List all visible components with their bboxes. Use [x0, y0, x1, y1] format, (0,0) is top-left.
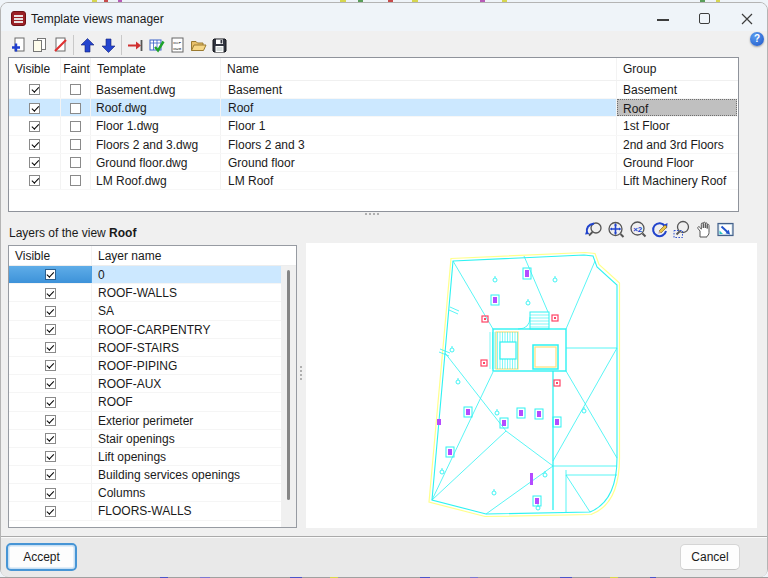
close-button[interactable] — [731, 6, 763, 31]
layer-row[interactable]: ROOF-PIPING — [9, 357, 296, 375]
group-cell[interactable]: 2nd and 3rd Floors — [617, 136, 737, 153]
group-cell[interactable]: Ground Floor — [617, 154, 737, 171]
layers-scrollbar[interactable] — [281, 266, 296, 527]
layer-name-cell[interactable]: Stair openings — [92, 430, 296, 447]
name-cell[interactable]: Basement — [221, 81, 617, 98]
layer-row[interactable]: 0 — [9, 266, 296, 284]
accept-button[interactable]: Accept — [6, 543, 77, 571]
redraw-icon[interactable] — [650, 220, 670, 240]
zoom-extents-icon[interactable] — [606, 220, 626, 240]
template-row[interactable]: Roof.dwgRoofRoof — [9, 99, 738, 117]
layer-name-cell[interactable]: Columns — [92, 484, 296, 501]
new-template-icon[interactable] — [10, 37, 27, 54]
layer-visible-checkbox[interactable] — [45, 306, 56, 317]
group-cell[interactable]: Lift Machinery Roof — [617, 172, 737, 189]
faint-checkbox[interactable] — [70, 157, 81, 168]
faint-checkbox[interactable] — [70, 121, 81, 132]
layer-name-cell[interactable]: SA — [92, 302, 296, 319]
layer-row[interactable]: ROOF-CARPENTRY — [9, 321, 296, 339]
layer-row[interactable]: Stair openings — [9, 430, 296, 448]
template-row[interactable]: Ground floor.dwgGround floorGround Floor — [9, 154, 738, 172]
copy-template-icon[interactable] — [31, 37, 48, 54]
layer-visible-checkbox[interactable] — [45, 342, 56, 353]
template-cell[interactable]: Roof.dwg — [91, 99, 221, 116]
layer-name-cell[interactable]: ROOF-WALLS — [92, 284, 296, 301]
layer-row[interactable]: Exterior perimeter — [9, 412, 296, 430]
layer-row[interactable]: Lift openings — [9, 448, 296, 466]
layer-row[interactable]: ROOF-STAIRS — [9, 339, 296, 357]
faint-checkbox[interactable] — [70, 139, 81, 150]
layer-row[interactable]: ROOF-AUX — [9, 375, 296, 393]
layer-name-cell[interactable]: Exterior perimeter — [92, 412, 296, 429]
col-header-template[interactable]: Template — [91, 58, 221, 80]
name-cell[interactable]: Roof — [221, 99, 617, 116]
col-header-group[interactable]: Group — [617, 58, 737, 80]
horizontal-splitter[interactable] — [365, 213, 381, 216]
col-header-layer-visible[interactable]: Visible — [9, 246, 92, 265]
cancel-button[interactable]: Cancel — [680, 544, 740, 570]
layer-name-cell[interactable]: FLOORS-WALLS — [92, 502, 296, 519]
layer-visible-checkbox[interactable] — [45, 506, 56, 517]
col-header-name[interactable]: Name — [221, 58, 617, 80]
layer-name-cell[interactable]: Building services openings — [92, 466, 296, 483]
template-cell[interactable]: Floor 1.dwg — [91, 117, 221, 134]
minimize-button[interactable] — [647, 6, 679, 31]
name-cell[interactable]: LM Roof — [221, 172, 617, 189]
layer-visible-checkbox[interactable] — [45, 397, 56, 408]
layer-name-cell[interactable]: ROOF-STAIRS — [92, 339, 296, 356]
dxf-dwg-file-icon[interactable]: DXFDWG — [169, 37, 186, 54]
open-file-icon[interactable] — [190, 37, 207, 54]
layer-row[interactable]: Columns — [9, 484, 296, 502]
delete-template-icon[interactable] — [52, 37, 69, 54]
layer-visible-checkbox[interactable] — [45, 378, 56, 389]
layer-row[interactable]: SA — [9, 302, 296, 320]
visible-checkbox[interactable] — [29, 121, 40, 132]
layer-name-cell[interactable]: ROOF-AUX — [92, 375, 296, 392]
layer-visible-checkbox[interactable] — [45, 469, 56, 480]
layer-name-cell[interactable]: ROOF-PIPING — [92, 357, 296, 374]
name-cell[interactable]: Floors 2 and 3 — [221, 136, 617, 153]
template-cell[interactable]: Floors 2 and 3.dwg — [91, 136, 221, 153]
faint-checkbox[interactable] — [70, 84, 81, 95]
zoom-double-icon[interactable]: ×2 — [628, 220, 648, 240]
template-row[interactable]: Floor 1.dwgFloor 11st Floor — [9, 117, 738, 135]
template-row[interactable]: LM Roof.dwgLM RoofLift Machinery Roof — [9, 172, 738, 190]
layer-name-cell[interactable]: 0 — [92, 266, 296, 283]
visible-checkbox[interactable] — [29, 103, 40, 114]
pan-icon[interactable] — [694, 220, 714, 240]
template-cell[interactable]: LM Roof.dwg — [91, 172, 221, 189]
layer-row[interactable]: Building services openings — [9, 466, 296, 484]
template-cell[interactable]: Ground floor.dwg — [91, 154, 221, 171]
layer-row[interactable]: FLOORS-WALLS — [9, 502, 296, 520]
template-row[interactable]: Basement.dwgBasementBasement — [9, 81, 738, 99]
name-cell[interactable]: Floor 1 — [221, 117, 617, 134]
group-cell[interactable]: Roof — [617, 99, 737, 116]
layer-name-cell[interactable]: ROOF-CARPENTRY — [92, 321, 296, 338]
zoom-previous-icon[interactable] — [584, 220, 604, 240]
maximize-button[interactable] — [689, 6, 721, 31]
faint-checkbox[interactable] — [70, 175, 81, 186]
update-template-icon[interactable] — [148, 37, 165, 54]
move-up-icon[interactable] — [79, 37, 96, 54]
scrollbar-thumb[interactable] — [287, 270, 290, 500]
template-cell[interactable]: Basement.dwg — [91, 81, 221, 98]
drawing-preview[interactable] — [306, 243, 757, 528]
save-file-icon[interactable] — [211, 37, 228, 54]
zoom-window-icon[interactable] — [672, 220, 692, 240]
col-header-layer-name[interactable]: Layer name — [92, 246, 296, 265]
layer-row[interactable]: ROOF — [9, 393, 296, 411]
layer-name-cell[interactable]: ROOF — [92, 393, 296, 410]
layer-visible-checkbox[interactable] — [45, 269, 56, 280]
layer-name-cell[interactable]: Lift openings — [92, 448, 296, 465]
layer-row[interactable]: ROOF-WALLS — [9, 284, 296, 302]
layer-visible-checkbox[interactable] — [45, 288, 56, 299]
visible-checkbox[interactable] — [29, 139, 40, 150]
layer-visible-checkbox[interactable] — [45, 324, 56, 335]
vertical-splitter[interactable] — [300, 366, 303, 382]
layer-visible-checkbox[interactable] — [45, 488, 56, 499]
move-down-icon[interactable] — [100, 37, 117, 54]
layer-visible-checkbox[interactable] — [45, 415, 56, 426]
import-template-icon[interactable] — [127, 37, 144, 54]
col-header-visible[interactable]: Visible — [9, 58, 61, 80]
help-button[interactable]: ? — [750, 32, 764, 46]
